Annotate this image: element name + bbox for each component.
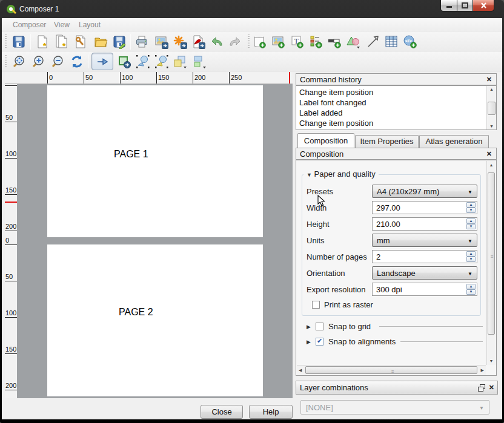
- ungroup-items-icon[interactable]: [153, 53, 170, 70]
- panel-vertical-scrollbar[interactable]: ▲ ≡ ▼: [486, 161, 496, 365]
- spin-up-icon[interactable]: ▲: [466, 284, 476, 289]
- add-attribute-table-icon[interactable]: [383, 33, 400, 50]
- add-arrow-icon[interactable]: [365, 33, 382, 50]
- add-scalebar-icon[interactable]: [326, 33, 343, 50]
- add-label-icon[interactable]: T: [288, 33, 305, 50]
- save-template-icon[interactable]: [111, 33, 128, 50]
- duplicate-composition-icon[interactable]: *: [53, 33, 70, 50]
- menu-view[interactable]: View: [54, 21, 70, 29]
- orientation-combo[interactable]: Landscape▼: [372, 266, 477, 280]
- number-of-pages-label: Number of pages: [307, 252, 367, 261]
- export-pdf-icon[interactable]: [190, 33, 207, 50]
- spin-up-icon[interactable]: ▲: [466, 202, 476, 208]
- add-image-icon[interactable]: [270, 33, 287, 50]
- refresh-icon[interactable]: [68, 53, 85, 70]
- new-composition-icon[interactable]: *: [34, 33, 51, 50]
- close-panel-icon[interactable]: ✕: [486, 150, 492, 158]
- paper-quality-header[interactable]: ▼ Paper and quality: [303, 169, 379, 179]
- scroll-down-icon[interactable]: ▼: [487, 359, 496, 363]
- tab-atlas-generation[interactable]: Atlas generation: [419, 135, 489, 148]
- title-bar[interactable]: Composer 1: [0, 0, 504, 18]
- add-new-map-icon[interactable]: [251, 33, 268, 50]
- spin-down-icon[interactable]: ▼: [466, 208, 476, 213]
- spin-up-icon[interactable]: ▲: [466, 218, 476, 224]
- zoom-in-icon[interactable]: [30, 53, 47, 70]
- toolbar-drag-handle[interactable]: [248, 34, 250, 49]
- width-spinbox[interactable]: 297.00▲▼: [372, 201, 477, 214]
- snap-to-grid-checkbox[interactable]: [316, 323, 323, 330]
- help-button[interactable]: Help: [249, 405, 293, 419]
- add-basic-shape-icon[interactable]: [345, 33, 362, 50]
- redo-icon[interactable]: [226, 33, 243, 50]
- spin-down-icon[interactable]: ▼: [466, 224, 476, 229]
- list-item[interactable]: Change item position: [299, 88, 373, 97]
- number-of-pages-spinbox[interactable]: 2▲▼: [372, 250, 477, 263]
- export-svg-icon[interactable]: [171, 33, 188, 50]
- spin-up-icon[interactable]: ▲: [466, 251, 476, 257]
- minimize-button[interactable]: [440, 0, 457, 11]
- print-icon[interactable]: [133, 33, 150, 50]
- scrollbar-thumb[interactable]: ≡: [488, 172, 495, 335]
- undo-icon[interactable]: [209, 33, 226, 50]
- maximize-button[interactable]: [457, 0, 473, 11]
- toolbar-drag-handle[interactable]: [5, 55, 7, 68]
- page-2[interactable]: PAGE 2: [47, 244, 263, 396]
- align-selected-items-icon[interactable]: [191, 53, 208, 70]
- scroll-down-icon[interactable]: ▼: [487, 124, 496, 128]
- ruler-label: 0: [49, 74, 53, 81]
- export-image-icon[interactable]: [153, 33, 170, 50]
- menu-layout[interactable]: Layout: [79, 21, 101, 29]
- collapse-triangle-icon[interactable]: ▼: [307, 172, 312, 178]
- save-project-icon[interactable]: [10, 33, 27, 50]
- add-html-icon[interactable]: </>: [402, 33, 419, 50]
- composition-manager-icon[interactable]: [72, 33, 89, 50]
- close-window-button[interactable]: [473, 0, 494, 11]
- select-move-item-icon[interactable]: [91, 53, 113, 70]
- zoom-full-icon[interactable]: [10, 53, 27, 70]
- scroll-right-icon[interactable]: ▶: [481, 368, 484, 373]
- expand-triangle-icon[interactable]: ▶: [307, 339, 311, 345]
- list-item[interactable]: Change item position: [299, 119, 373, 128]
- spin-down-icon[interactable]: ▼: [466, 257, 476, 262]
- height-spinbox[interactable]: 210.00▲▼: [372, 217, 477, 231]
- snap-to-alignments-checkbox[interactable]: [316, 338, 323, 346]
- zoom-out-icon[interactable]: [49, 53, 66, 70]
- expand-triangle-icon[interactable]: ▶: [307, 324, 311, 330]
- page-1-label[interactable]: PAGE 1: [114, 149, 148, 160]
- composition-canvas[interactable]: PAGE 1 PAGE 2: [17, 84, 293, 398]
- move-item-content-icon[interactable]: [116, 53, 133, 70]
- layer-combination-combo[interactable]: [NONE] ▼: [300, 400, 489, 415]
- add-legend-icon[interactable]: [307, 33, 324, 50]
- menu-composer[interactable]: Composer: [13, 21, 46, 29]
- float-panel-icon[interactable]: [478, 384, 485, 392]
- raise-selected-items-icon[interactable]: [171, 53, 188, 70]
- page-1[interactable]: PAGE 1: [47, 85, 263, 237]
- presets-combo[interactable]: A4 (210x297 mm)▼: [372, 185, 477, 198]
- tab-composition[interactable]: Composition: [297, 133, 354, 148]
- command-history-list[interactable]: Change item position Label font changed …: [296, 85, 497, 130]
- toolbar-drag-handle[interactable]: [5, 34, 7, 49]
- scroll-left-icon[interactable]: ◀: [299, 368, 302, 373]
- load-template-icon[interactable]: [92, 33, 109, 50]
- list-item[interactable]: Label added: [299, 108, 343, 117]
- close-button[interactable]: Close: [201, 405, 243, 419]
- export-resolution-spinbox[interactable]: 300 dpi▲▼: [372, 283, 477, 296]
- units-combo[interactable]: mm▼: [372, 234, 477, 247]
- ruler-tick: [5, 317, 17, 318]
- list-item[interactable]: Label font changed: [299, 98, 366, 107]
- scrollbar-thumb[interactable]: [488, 102, 496, 115]
- print-as-raster-checkbox[interactable]: [312, 301, 320, 309]
- spin-down-icon[interactable]: ▼: [466, 289, 476, 295]
- layer-combinations-title: Layer combinations: [300, 383, 368, 392]
- list-scrollbar[interactable]: ▲ ▼: [486, 86, 496, 130]
- panel-horizontal-scrollbar[interactable]: ◀ ≡ ▶: [297, 365, 486, 375]
- close-panel-icon[interactable]: ✕: [489, 384, 494, 392]
- page-2-label[interactable]: PAGE 2: [119, 307, 153, 318]
- group-items-icon[interactable]: [134, 53, 151, 70]
- scrollbar-thumb[interactable]: ≡: [305, 366, 477, 374]
- close-panel-icon[interactable]: ✕: [486, 76, 492, 84]
- scroll-up-icon[interactable]: ▲: [487, 163, 496, 167]
- tab-item-properties[interactable]: Item Properties: [355, 135, 419, 148]
- snap-to-grid-label: Snap to grid: [328, 322, 371, 331]
- scroll-up-icon[interactable]: ▲: [487, 87, 496, 91]
